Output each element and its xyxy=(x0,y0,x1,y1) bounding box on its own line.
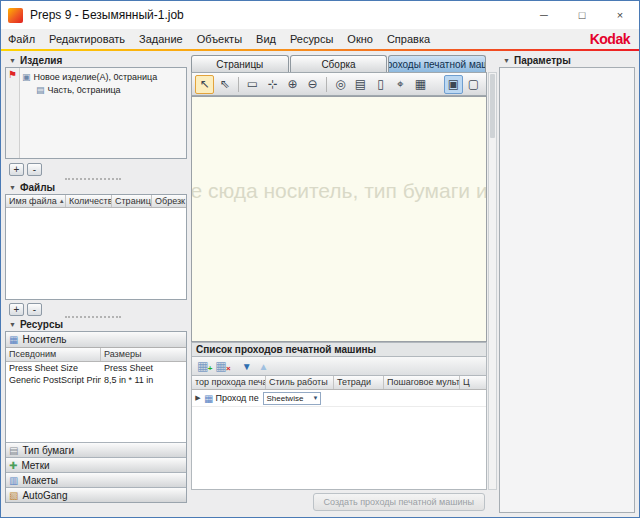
files-col-pages[interactable]: Страницы xyxy=(112,195,152,207)
files-table-header: Имя файла ▲ Количество Страницы Обрезк xyxy=(6,195,186,208)
maximize-button[interactable]: □ xyxy=(563,1,601,29)
resource-row[interactable]: Press Sheet Size Press Sheet xyxy=(6,362,186,374)
part-icon: ▤ xyxy=(36,85,45,95)
add-product-button[interactable]: + xyxy=(9,163,24,176)
tab-pages[interactable]: Страницы xyxy=(191,55,289,72)
menu-file[interactable]: Файл xyxy=(1,32,42,46)
canvas-vertical-scrollbar[interactable] xyxy=(488,72,497,490)
splitter[interactable] xyxy=(65,178,121,180)
menu-job[interactable]: Задание xyxy=(132,32,190,46)
templates-label: Макеты xyxy=(22,475,58,486)
press-run-row[interactable]: ▶ ▦ Проход пе Sheetwise ▼ xyxy=(192,390,486,407)
marquee-tool-icon[interactable]: ▭ xyxy=(243,75,262,94)
select-tool-icon[interactable]: ↖ xyxy=(195,75,214,94)
accordion-autogang[interactable]: ▧ AutoGang xyxy=(6,487,186,502)
parameters-section-label: Параметры xyxy=(514,55,571,66)
create-press-runs-button[interactable]: Создать проходы печатной машины xyxy=(313,493,486,511)
delete-press-run-button[interactable]: ▦ × xyxy=(215,360,226,372)
direct-select-tool-icon[interactable]: ⇖ xyxy=(215,75,234,94)
work-style-value: Sheetwise xyxy=(266,394,303,403)
product-icon: ▣ xyxy=(22,72,31,82)
resource-row[interactable]: Generic PostScript Printer 8,5 in * 11 i… xyxy=(6,374,186,386)
resources-section-label: Ресурсы xyxy=(20,319,63,330)
remove-file-button[interactable]: - xyxy=(27,303,42,316)
grid-tool-icon[interactable]: ▦ xyxy=(411,75,430,94)
kodak-logo: Kodak xyxy=(590,31,639,47)
col-color[interactable]: Ц xyxy=(460,376,486,389)
products-section-header[interactable]: ▼ Изделия xyxy=(9,55,62,66)
templates-icon: ▥ xyxy=(9,475,18,486)
view-mode-sheet-button[interactable]: ▣ xyxy=(444,75,463,94)
files-section-header[interactable]: ▼ Файлы xyxy=(9,182,55,193)
window-title: Preps 9 - Безымянный-1.job xyxy=(30,8,184,22)
marks-icon: ✚ xyxy=(9,460,17,471)
autogang-label: AutoGang xyxy=(22,490,67,501)
scrollbar-thumb[interactable] xyxy=(490,74,495,138)
press-run-name: Проход пе xyxy=(215,393,259,403)
zoom-out-tool-icon[interactable]: ⊖ xyxy=(303,75,322,94)
products-section-label: Изделия xyxy=(20,55,62,66)
add-file-button[interactable]: + xyxy=(9,303,24,316)
product-tree-item[interactable]: ▣ Новое изделие(А), 0страница xyxy=(22,70,185,83)
accordion-marks[interactable]: ✚ Метки xyxy=(6,457,186,472)
row-expander-icon[interactable]: ▶ xyxy=(192,394,204,402)
tab-press-runs[interactable]: Проходы печатной маши xyxy=(388,55,486,72)
canvas-watermark-text: щите сюда носитель, тип бумаги или ц xyxy=(191,179,487,203)
accordion-templates[interactable]: ▥ Макеты xyxy=(6,472,186,487)
col-work-style[interactable]: Стиль работы xyxy=(266,376,334,389)
resource-alias: Generic PostScript Printer xyxy=(6,374,101,386)
menu-view[interactable]: Вид xyxy=(249,32,283,46)
resources-section-header[interactable]: ▼ Ресурсы xyxy=(9,319,63,330)
col-signatures[interactable]: Тетради xyxy=(334,376,384,389)
resources-col-alias[interactable]: Псевдоним xyxy=(6,348,101,361)
measure-tool-icon[interactable]: ▤ xyxy=(351,75,370,94)
col-press-run-id[interactable]: тор прохода печат xyxy=(192,376,266,389)
resource-size: 8,5 in * 11 in xyxy=(101,374,186,386)
work-style-select[interactable]: Sheetwise ▼ xyxy=(263,392,321,405)
grid-icon: ▦ xyxy=(215,359,226,373)
press-run-canvas[interactable]: щите сюда носитель, тип бумаги или ц xyxy=(191,96,487,342)
minimize-button[interactable]: ─ xyxy=(525,1,563,29)
move-up-button[interactable]: ▲ xyxy=(259,361,269,372)
marks-label: Метки xyxy=(21,460,49,471)
flag-icon: ⚑ xyxy=(8,69,17,80)
remove-product-button[interactable]: - xyxy=(27,163,42,176)
files-col-count[interactable]: Количество xyxy=(66,195,112,207)
tab-assembly[interactable]: Сборка xyxy=(290,55,388,72)
menu-help[interactable]: Справка xyxy=(380,32,437,46)
autogang-icon: ▧ xyxy=(9,490,18,501)
menu-resources[interactable]: Ресурсы xyxy=(283,32,340,46)
zoom-in-tool-icon[interactable]: ⊕ xyxy=(283,75,302,94)
center-target-tool-icon[interactable]: ⌖ xyxy=(391,75,410,94)
collapse-icon: ▼ xyxy=(9,57,16,64)
product-label: Новое изделие(А), 0страница xyxy=(34,72,158,82)
window-controls: ─ □ × xyxy=(525,1,639,29)
resources-col-size[interactable]: Размеры xyxy=(101,348,186,361)
press-run-icon: ▦ xyxy=(204,393,213,404)
add-press-run-button[interactable]: ▦ + xyxy=(197,360,208,372)
page-tool-icon[interactable]: ▯ xyxy=(371,75,390,94)
press-run-list-title: Список проходов печатной машины xyxy=(191,342,487,357)
move-down-button[interactable]: ▼ xyxy=(242,361,252,372)
media-label: Носитель xyxy=(22,334,66,345)
files-table-body[interactable] xyxy=(6,208,186,299)
preview-tool-icon[interactable]: ◎ xyxy=(331,75,350,94)
files-col-trim[interactable]: Обрезк xyxy=(152,195,186,207)
menu-objects[interactable]: Объекты xyxy=(190,32,249,46)
close-button[interactable]: × xyxy=(601,1,639,29)
files-col-name[interactable]: Имя файла ▲ xyxy=(6,195,66,207)
accordion-paper-type[interactable]: ▤ Тип бумаги xyxy=(6,442,186,457)
collapse-icon: ▼ xyxy=(9,184,16,191)
parameters-section-header[interactable]: ▼ Параметры xyxy=(503,55,571,66)
pan-tool-icon[interactable]: ⊹ xyxy=(263,75,282,94)
media-accordion[interactable]: ▦ Носитель xyxy=(6,332,186,348)
app-icon xyxy=(8,8,23,23)
splitter[interactable] xyxy=(65,316,121,318)
menu-edit[interactable]: Редактировать xyxy=(42,32,132,46)
part-tree-item[interactable]: ▤ Часть, 0страница xyxy=(22,83,185,96)
chevron-down-icon: ▼ xyxy=(313,395,319,401)
view-mode-list-button[interactable]: ▢ xyxy=(464,75,483,94)
col-step-repeat[interactable]: Пошаговое мульти xyxy=(384,376,460,389)
resource-alias: Press Sheet Size xyxy=(6,362,101,374)
menu-window[interactable]: Окно xyxy=(340,32,380,46)
